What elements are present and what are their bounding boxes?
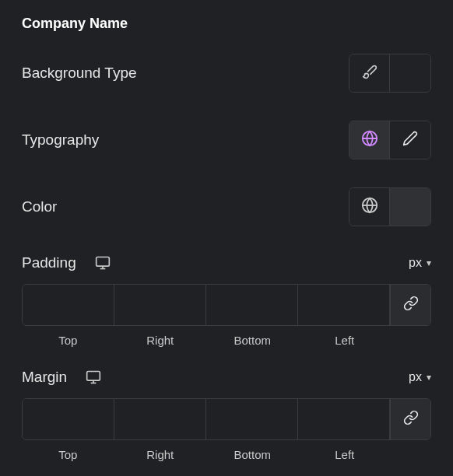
- margin-unit-select[interactable]: px ▾: [409, 370, 431, 384]
- margin-left-input[interactable]: [298, 399, 390, 439]
- margin-inputs: [22, 398, 431, 440]
- link-icon: [403, 410, 419, 429]
- margin-bottom-label: Bottom: [206, 448, 299, 461]
- background-gradient-button[interactable]: [390, 54, 430, 92]
- margin-side-labels: Top Right Bottom Left: [22, 448, 431, 461]
- color-label: Color: [22, 198, 57, 215]
- padding-right-input[interactable]: [114, 285, 206, 325]
- background-type-label: Background Type: [22, 65, 137, 82]
- typography-global-button[interactable]: [349, 121, 390, 159]
- padding-label: Padding: [22, 254, 76, 271]
- typography-row: Typography: [22, 121, 431, 159]
- globe-icon: [361, 197, 378, 217]
- padding-right-label: Right: [114, 334, 207, 347]
- padding-top-label: Top: [22, 334, 114, 347]
- color-group: [349, 187, 431, 226]
- padding-unit-select[interactable]: px ▾: [409, 256, 431, 270]
- background-type-group: [349, 54, 431, 93]
- desktop-icon[interactable]: [95, 255, 111, 271]
- background-type-row: Background Type: [22, 54, 431, 93]
- margin-right-input[interactable]: [114, 399, 206, 439]
- padding-side-labels: Top Right Bottom Left: [22, 334, 431, 347]
- typography-label: Typography: [22, 131, 99, 149]
- margin-header: Margin px ▾: [22, 369, 431, 386]
- link-icon: [403, 296, 419, 314]
- color-row: Color: [22, 187, 431, 226]
- padding-left-input[interactable]: [298, 285, 390, 325]
- svg-rect-7: [87, 372, 100, 381]
- svg-rect-4: [96, 257, 109, 267]
- padding-header: Padding px ▾: [22, 254, 431, 271]
- padding-link-button[interactable]: [390, 285, 430, 325]
- padding-bottom-input[interactable]: [206, 285, 298, 325]
- margin-top-label: Top: [22, 448, 114, 461]
- margin-bottom-input[interactable]: [206, 399, 298, 439]
- padding-unit-value: px: [409, 256, 422, 270]
- color-global-button[interactable]: [349, 188, 390, 226]
- background-solid-button[interactable]: [349, 54, 390, 92]
- margin-right-label: Right: [114, 448, 207, 461]
- section-title: Company Name: [22, 16, 431, 32]
- margin-top-input[interactable]: [23, 399, 114, 439]
- padding-top-input[interactable]: [23, 285, 114, 325]
- desktop-icon[interactable]: [86, 369, 101, 385]
- margin-label: Margin: [22, 369, 67, 386]
- chevron-down-icon: ▾: [427, 257, 431, 268]
- margin-unit-value: px: [409, 370, 422, 384]
- typography-group: [349, 121, 431, 159]
- pencil-icon: [402, 131, 418, 149]
- padding-bottom-label: Bottom: [206, 334, 299, 347]
- margin-link-button[interactable]: [390, 399, 430, 439]
- margin-left-label: Left: [299, 448, 392, 461]
- chevron-down-icon: ▾: [427, 372, 431, 383]
- padding-left-label: Left: [299, 334, 392, 347]
- typography-edit-button[interactable]: [390, 121, 430, 159]
- brush-icon: [362, 64, 378, 82]
- padding-inputs: [22, 284, 431, 326]
- color-swatch-button[interactable]: [390, 188, 430, 226]
- globe-icon: [361, 130, 378, 150]
